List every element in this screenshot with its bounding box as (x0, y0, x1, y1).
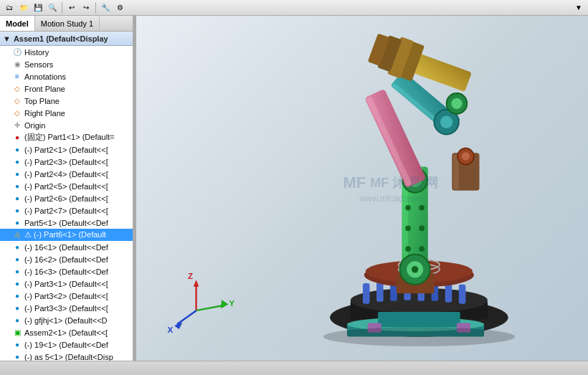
toolbar-collapse[interactable]: ▼ (572, 1, 585, 14)
tree-icon-16-3: ● (11, 266, 23, 277)
svg-marker-54 (194, 280, 199, 287)
tree-icon-right-plane: ◇ (11, 108, 23, 119)
sidebar-item-sensors[interactable]: ◉Sensors (0, 58, 133, 70)
svg-rect-17 (378, 312, 460, 327)
svg-point-46 (405, 246, 411, 252)
sidebar-item-annotations[interactable]: ≡Annotations (0, 70, 133, 82)
sidebar-item-part3-2[interactable]: ●(-) Part3<2> (Default<<[ (0, 290, 133, 302)
svg-text:X: X (167, 326, 173, 334)
toolbar-icon-8[interactable]: ⚙ (113, 1, 126, 14)
tree-label-gfjhj-1: (-) gfjhj<1> (Default<<D (24, 316, 108, 325)
sidebar-item-front-plane[interactable]: ◇Front Plane (0, 82, 133, 95)
sidebar-tree[interactable]: 🕐History◉Sensors≡Annotations◇Front Plane… (0, 46, 133, 361)
statusbar (0, 361, 588, 375)
svg-rect-10 (459, 285, 466, 304)
svg-text:Y: Y (229, 299, 234, 308)
svg-point-43 (419, 205, 425, 211)
tree-label-part2-4: (-) Part2<4> (Default<<[ (24, 170, 108, 179)
tree-icon-part2-4: ● (11, 168, 23, 180)
sidebar-item-top-plane[interactable]: ◇Top Plane (0, 95, 133, 107)
sidebar-tabs: Model Motion Study 1 (0, 16, 133, 32)
assembly-name: Assem1 (Default<Display (14, 34, 108, 43)
tree-label-16-2: (-) 16<2> (Default<<Def (24, 255, 108, 264)
tree-label-annotations: Annotations (24, 72, 66, 81)
svg-point-45 (419, 226, 425, 232)
toolbar-icon-1[interactable]: 🗂 (3, 1, 16, 14)
sidebar-header: ▼ Assem1 (Default<Display (0, 32, 133, 46)
tree-icon-history: 🕐 (11, 47, 23, 58)
toolbar-icon-3[interactable]: 💾 (32, 1, 44, 14)
sidebar-item-part2-5[interactable]: ●(-) Part2<5> (Default<<[ (0, 180, 133, 192)
tree-icon-sensors: ◉ (11, 59, 23, 70)
sidebar-item-16-1[interactable]: ●(-) 16<1> (Default<<Def (0, 241, 133, 253)
tree-label-part2-5: (-) Part2<5> (Default<<[ (24, 182, 108, 191)
tree-label-19-1: (-) 19<1> (Default<<Def (24, 341, 108, 349)
svg-point-34 (440, 116, 452, 128)
svg-point-51 (462, 152, 470, 160)
sidebar-item-part3-3[interactable]: ●(-) Part3<3> (Default<<[ (0, 302, 133, 314)
tree-icon-as5-1: ● (11, 351, 23, 361)
toolbar: 🗂 📁 💾 🔍 ↩ ↪ 🔧 ⚙ ▼ (0, 0, 588, 16)
svg-line-59 (177, 310, 196, 324)
tree-label-top-plane: Top Plane (24, 97, 60, 105)
svg-point-28 (412, 266, 419, 273)
viewport[interactable]: Z Y X MF MF 沐 风 网 www.mfcad.com (136, 16, 588, 361)
tree-icon-19-1: ● (11, 339, 23, 351)
tree-label-part5-1: Part5<1> (Default<<Def (24, 219, 108, 227)
sidebar-item-right-plane[interactable]: ◇Right Plane (0, 107, 133, 119)
svg-point-42 (405, 205, 411, 211)
tree-label-part3-2: (-) Part3<2> (Default<<[ (24, 292, 108, 300)
tree-icon-16-2: ● (11, 254, 23, 265)
tree-label-origin: Origin (24, 121, 45, 130)
tree-icon-part2-7: ● (11, 205, 23, 217)
sidebar-item-16-3[interactable]: ●(-) 16<3> (Default<<Def (0, 265, 133, 277)
sidebar-item-part5-1[interactable]: ●Part5<1> (Default<<Def (0, 217, 133, 229)
toolbar-icon-6[interactable]: ↪ (80, 1, 93, 14)
tab-motion-study[interactable]: Motion Study 1 (35, 16, 100, 31)
toolbar-icon-4[interactable]: 🔍 (46, 1, 59, 14)
sidebar-item-part2-1[interactable]: ●(-) Part2<1> (Default<<[ (0, 143, 133, 156)
tree-label-part6-1: ⚠ (-) Part6<1> (Default (24, 230, 106, 239)
sidebar-item-19-1[interactable]: ●(-) 19<1> (Default<<Def (0, 338, 133, 351)
sidebar: Model Motion Study 1 ▼ Assem1 (Default<D… (0, 16, 133, 361)
sidebar-item-assem2-1[interactable]: ▣Assem2<1> (Default<<[ (0, 326, 133, 338)
tree-label-as5-1: (-) as 5<1> (Default<Disp (24, 353, 113, 361)
toolbar-icon-7[interactable]: 🔧 (99, 1, 112, 14)
tab-model[interactable]: Model (0, 16, 35, 31)
tree-label-16-3: (-) 16<3> (Default<<Def (24, 267, 108, 276)
tree-icon-part2-3: ● (11, 156, 23, 168)
sidebar-item-part2-4[interactable]: ●(-) Part2<4> (Default<<[ (0, 168, 133, 180)
sidebar-item-part3-1[interactable]: ●(-) Part3<1> (Default<<[ (0, 277, 133, 290)
tree-icon-origin: ✛ (11, 120, 23, 131)
tree-icon-top-plane: ◇ (11, 95, 23, 107)
toolbar-icon-5[interactable]: ↩ (65, 1, 78, 14)
svg-rect-3 (363, 283, 370, 304)
svg-line-56 (196, 305, 225, 311)
toolbar-icon-2[interactable]: 📁 (17, 1, 30, 14)
tree-label-assem2-1: Assem2<1> (Default<<[ (24, 328, 108, 337)
tree-icon-part5-1: ● (11, 217, 23, 229)
svg-text:Z: Z (188, 272, 193, 280)
sidebar-item-as5-1[interactable]: ●(-) as 5<1> (Default<Disp (0, 351, 133, 361)
tree-label-part2-1: (-) Part2<1> (Default<<[ (24, 146, 108, 154)
sidebar-item-history[interactable]: 🕐History (0, 46, 133, 58)
sidebar-item-part1-1[interactable]: ●(固定) Part1<1> (Default= (0, 131, 133, 143)
sidebar-item-part2-7[interactable]: ●(-) Part2<7> (Default<<[ (0, 204, 133, 217)
robot-arm-view: Z Y X (136, 16, 588, 361)
tree-label-part2-7: (-) Part2<7> (Default<<[ (24, 207, 108, 215)
tree-label-part2-6: (-) Part2<6> (Default<<[ (24, 194, 108, 203)
tree-label-16-1: (-) 16<1> (Default<<Def (24, 243, 108, 252)
tree-icon-gfjhj-1: ● (11, 315, 23, 326)
tree-label-history: History (24, 48, 49, 57)
sidebar-item-origin[interactable]: ✛Origin (0, 119, 133, 131)
sidebar-item-part6-1[interactable]: ⚠⚠ (-) Part6<1> (Default (0, 229, 133, 241)
tree-label-right-plane: Right Plane (24, 109, 65, 118)
sidebar-item-part2-3[interactable]: ●(-) Part2<3> (Default<<[ (0, 156, 133, 168)
sidebar-item-gfjhj-1[interactable]: ●(-) gfjhj<1> (Default<<D (0, 314, 133, 326)
tree-icon-part3-3: ● (11, 303, 23, 314)
sidebar-item-part2-6[interactable]: ●(-) Part2<6> (Default<<[ (0, 192, 133, 204)
tree-icon-part2-1: ● (11, 144, 23, 156)
tree-icon-part3-2: ● (11, 290, 23, 302)
tree-label-part1-1: (固定) Part1<1> (Default= (24, 132, 115, 143)
sidebar-item-16-2[interactable]: ●(-) 16<2> (Default<<Def (0, 253, 133, 265)
